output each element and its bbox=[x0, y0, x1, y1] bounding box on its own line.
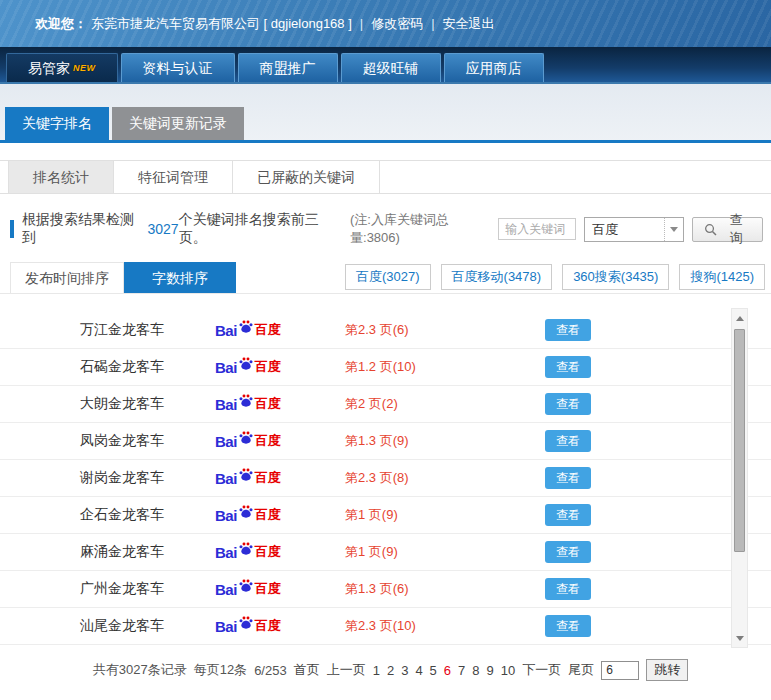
baidu-logo-bai: Bai bbox=[215, 618, 237, 635]
subtab-ranking-stats[interactable]: 排名统计 bbox=[8, 161, 114, 193]
subtab-blocked-keywords[interactable]: 已屏蔽的关键词 bbox=[233, 161, 380, 193]
sort-tabs: 发布时间排序 字数排序 bbox=[0, 262, 236, 293]
table-row: 大朗金龙客车 Bai 百度 第2 页(2) 查看 bbox=[0, 386, 771, 423]
separator: | bbox=[360, 16, 363, 31]
search-input[interactable] bbox=[498, 218, 576, 240]
table-row: 谢岗金龙客车 Bai 百度 第2.3 页(8) 查看 bbox=[0, 460, 771, 497]
rank-cell: 第2 页(2) bbox=[345, 395, 535, 413]
baidu-logo-bai: Bai bbox=[215, 433, 237, 450]
table-row: 企石金龙客车 Bai 百度 第1 页(9) 查看 bbox=[0, 497, 771, 534]
table-row: 石碣金龙客车 Bai 百度 第1.2 页(10) 查看 bbox=[0, 349, 771, 386]
keyword-cell: 企石金龙客车 bbox=[0, 506, 215, 524]
baidu-logo-bai: Bai bbox=[215, 507, 237, 524]
view-button[interactable]: 查看 bbox=[545, 578, 591, 600]
rank-cell: 第1.3 页(9) bbox=[345, 432, 535, 450]
total-records: 共有3027条记录 bbox=[93, 661, 187, 679]
baidu-logo: Bai 百度 bbox=[215, 615, 345, 637]
sort-tab-publish-time[interactable]: 发布时间排序 bbox=[10, 262, 124, 293]
sort-tab-word-count[interactable]: 字数排序 bbox=[124, 262, 236, 293]
change-password-link[interactable]: 修改密码 bbox=[371, 15, 423, 33]
rank-cell: 第1.3 页(6) bbox=[345, 580, 535, 598]
baidu-logo: Bai 百度 bbox=[215, 504, 345, 526]
keyword-cell: 谢岗金龙客车 bbox=[0, 469, 215, 487]
nav-tab-app-store[interactable]: 应用商店 bbox=[444, 53, 544, 82]
view-button[interactable]: 查看 bbox=[545, 615, 591, 637]
table-scrollbar[interactable] bbox=[731, 308, 748, 648]
separator: | bbox=[431, 16, 434, 31]
nav-tab-alliance-promo[interactable]: 商盟推广 bbox=[238, 53, 338, 82]
summary-note: (注:入库关键词总量:3806) bbox=[350, 211, 498, 247]
rank-cell: 第1 页(9) bbox=[345, 543, 535, 561]
scroll-up-icon[interactable] bbox=[732, 311, 747, 325]
summary-text: 根据搜索结果检测到 3027 个关键词排名搜索前三页。 (注:入库关键词总量:3… bbox=[10, 211, 498, 247]
keyword-cell: 石碣金龙客车 bbox=[0, 358, 215, 376]
query-button[interactable]: 查 询 bbox=[692, 217, 763, 242]
view-button[interactable]: 查看 bbox=[545, 541, 591, 563]
baidu-logo-bai: Bai bbox=[215, 359, 237, 376]
page-number-6-current[interactable]: 6 bbox=[444, 663, 451, 678]
page-number-9[interactable]: 9 bbox=[487, 663, 494, 678]
view-button[interactable]: 查看 bbox=[545, 467, 591, 489]
nav-tab-yiguanjia[interactable]: 易管家 NEW bbox=[6, 53, 118, 82]
nav-tab-label: 资料与认证 bbox=[143, 54, 213, 82]
baidu-logo-du: 百度 bbox=[255, 395, 281, 413]
baidu-paw-icon bbox=[238, 393, 254, 409]
filter-baidu[interactable]: 百度(3027) bbox=[345, 264, 431, 290]
baidu-logo-bai: Bai bbox=[215, 322, 237, 339]
page-number-2[interactable]: 2 bbox=[387, 663, 394, 678]
filter-sogou[interactable]: 搜狗(1425) bbox=[679, 264, 765, 290]
filter-baidu-mobile[interactable]: 百度移动(3478) bbox=[441, 264, 553, 290]
baidu-paw-icon bbox=[238, 541, 254, 557]
scroll-down-icon[interactable] bbox=[732, 631, 747, 645]
baidu-logo-bai: Bai bbox=[215, 581, 237, 598]
nav-tab-label: 超级旺铺 bbox=[363, 54, 419, 82]
nav-tab-label: 应用商店 bbox=[466, 54, 522, 82]
keyword-cell: 万江金龙客车 bbox=[0, 321, 215, 339]
keyword-cell: 凤岗金龙客车 bbox=[0, 432, 215, 450]
keyword-count: 3027 bbox=[148, 221, 179, 237]
page-number-7[interactable]: 7 bbox=[458, 663, 465, 678]
filter-360-search[interactable]: 360搜索(3435) bbox=[562, 264, 669, 290]
tab-keyword-ranking[interactable]: 关键字排名 bbox=[5, 107, 109, 140]
view-button[interactable]: 查看 bbox=[545, 319, 591, 341]
baidu-logo: Bai 百度 bbox=[215, 578, 345, 600]
page-number-4[interactable]: 4 bbox=[415, 663, 422, 678]
keyword-table: 万江金龙客车 Bai 百度 第2.3 页(6) 查看 石碣金龙客车 Bai 百度… bbox=[0, 312, 771, 645]
nav-tab-super-shop[interactable]: 超级旺铺 bbox=[341, 53, 441, 82]
next-page-link[interactable]: 下一页 bbox=[522, 661, 561, 679]
view-button[interactable]: 查看 bbox=[545, 504, 591, 526]
page-number-8[interactable]: 8 bbox=[472, 663, 479, 678]
summary-before: 根据搜索结果检测到 bbox=[22, 211, 148, 247]
baidu-logo-du: 百度 bbox=[255, 432, 281, 450]
page-number-10[interactable]: 10 bbox=[501, 663, 515, 678]
view-button[interactable]: 查看 bbox=[545, 393, 591, 415]
tab-keyword-update-log[interactable]: 关键词更新记录 bbox=[112, 107, 244, 140]
jump-page-input[interactable] bbox=[601, 661, 639, 680]
baidu-paw-icon bbox=[238, 578, 254, 594]
view-button[interactable]: 查看 bbox=[545, 430, 591, 452]
page-number-3[interactable]: 3 bbox=[401, 663, 408, 678]
baidu-paw-icon bbox=[238, 319, 254, 335]
subtab-feature-words[interactable]: 特征词管理 bbox=[114, 161, 233, 193]
engine-select[interactable]: 百度 bbox=[584, 217, 683, 242]
logout-link[interactable]: 安全退出 bbox=[443, 15, 495, 33]
baidu-logo-du: 百度 bbox=[255, 321, 281, 339]
baidu-logo-du: 百度 bbox=[255, 543, 281, 561]
nav-tab-label: 易管家 bbox=[28, 54, 70, 82]
prev-page-link[interactable]: 上一页 bbox=[327, 661, 366, 679]
baidu-paw-icon bbox=[238, 430, 254, 446]
last-page-link[interactable]: 尾页 bbox=[568, 661, 594, 679]
scrollbar-thumb[interactable] bbox=[734, 329, 745, 552]
page-number-1[interactable]: 1 bbox=[373, 663, 380, 678]
main-content: 排名统计 特征词管理 已屏蔽的关键词 根据搜索结果检测到 3027 个关键词排名… bbox=[0, 143, 771, 681]
keyword-cell: 麻涌金龙客车 bbox=[0, 543, 215, 561]
view-button[interactable]: 查看 bbox=[545, 356, 591, 378]
sort-row: 发布时间排序 字数排序 百度(3027) 百度移动(3478) 360搜索(34… bbox=[0, 262, 771, 294]
jump-button[interactable]: 跳转 bbox=[646, 659, 688, 681]
first-page-link[interactable]: 首页 bbox=[294, 661, 320, 679]
page-number-5[interactable]: 5 bbox=[430, 663, 437, 678]
table-row: 汕尾金龙客车 Bai 百度 第2.3 页(10) 查看 bbox=[0, 608, 771, 645]
baidu-paw-icon bbox=[238, 504, 254, 520]
baidu-logo-du: 百度 bbox=[255, 469, 281, 487]
nav-tab-credentials[interactable]: 资料与认证 bbox=[121, 53, 235, 82]
